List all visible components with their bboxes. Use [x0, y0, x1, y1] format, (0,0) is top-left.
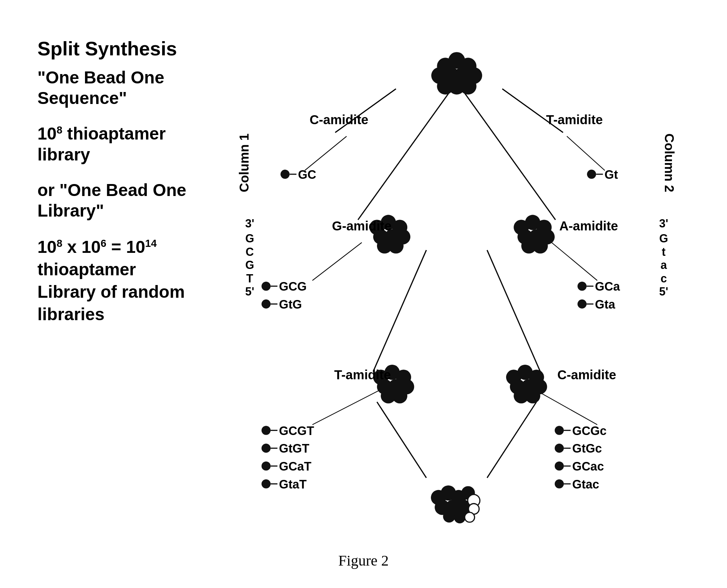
svg-line-23 — [377, 402, 426, 478]
svg-point-59 — [578, 282, 587, 291]
svg-point-96 — [555, 444, 564, 453]
top-bead-cluster — [431, 52, 482, 95]
column1-label: Column 1 — [237, 134, 251, 192]
t-amidite-top: T-amidite — [546, 113, 603, 127]
svg-line-17 — [312, 242, 362, 280]
svg-text:GCGT: GCGT — [279, 424, 314, 438]
svg-text:c: c — [660, 272, 667, 285]
svg-point-81 — [262, 426, 271, 435]
svg-line-21 — [312, 391, 379, 425]
svg-point-115 — [454, 512, 465, 523]
svg-text:Gtac: Gtac — [572, 478, 599, 491]
svg-point-72 — [392, 388, 408, 404]
svg-text:5': 5' — [245, 285, 254, 298]
svg-text:GCa: GCa — [595, 280, 620, 293]
svg-point-62 — [578, 300, 587, 309]
svg-text:GtaT: GtaT — [279, 478, 307, 491]
svg-point-56 — [262, 300, 271, 309]
c-amidite-top: C-amidite — [310, 113, 368, 127]
or-label: or "One Bead OneLibrary" — [37, 180, 217, 221]
figure-caption: Figure 2 — [338, 552, 389, 569]
bead-gc — [280, 170, 289, 179]
svg-point-102 — [555, 479, 564, 488]
svg-point-93 — [555, 426, 564, 435]
svg-line-24 — [487, 402, 536, 478]
g-amidite: G-amidite — [332, 219, 392, 233]
bot-right-bead-cluster — [506, 365, 547, 403]
svg-text:GtG: GtG — [279, 298, 302, 311]
svg-text:G: G — [245, 258, 254, 271]
svg-line-12 — [464, 93, 555, 220]
svg-text:GCG: GCG — [279, 280, 307, 293]
left-panel: Split Synthesis "One Bead OneSequence" 1… — [37, 37, 217, 325]
column2-label: Column 2 — [662, 134, 676, 192]
svg-text:GtGT: GtGT — [279, 442, 309, 455]
svg-point-80 — [525, 388, 541, 404]
page-container: Split Synthesis "One Bead OneSequence" 1… — [0, 0, 727, 588]
c-amidite-bot: C-amidite — [557, 368, 616, 382]
formula: 108 x 106 = 1014 thioaptamer Library of … — [37, 236, 217, 325]
svg-text:GtGc: GtGc — [572, 442, 602, 455]
svg-text:a: a — [660, 258, 667, 271]
library-label: 108 thioaptamer library — [37, 123, 217, 165]
svg-point-52 — [533, 238, 548, 254]
left-3prime: 3' — [245, 217, 254, 230]
svg-text:GCac: GCac — [572, 460, 604, 473]
svg-text:t: t — [662, 245, 666, 258]
svg-line-16 — [487, 250, 540, 372]
svg-text:GCaT: GCaT — [279, 460, 311, 473]
a-amidite: A-amidite — [559, 219, 618, 233]
diagram-svg: Column 1 Column 2 3' G C G T 5' 3' G t a… — [217, 22, 696, 546]
svg-line-18 — [552, 242, 597, 280]
t-amidite-bot: T-amidite — [334, 368, 391, 382]
seq-gt: Gt — [605, 168, 618, 181]
svg-text:T: T — [246, 272, 253, 285]
svg-point-44 — [388, 238, 404, 254]
svg-line-11 — [358, 93, 449, 220]
svg-point-116 — [465, 512, 474, 522]
diagram-area: Column 1 Column 2 3' G C G T 5' 3' G t a… — [217, 22, 696, 546]
svg-point-84 — [262, 444, 271, 453]
svg-point-34 — [460, 78, 477, 95]
svg-text:GCGc: GCGc — [572, 424, 606, 438]
mid-right-bead-cluster — [514, 215, 555, 253]
svg-point-90 — [262, 479, 271, 488]
subtitle: "One Bead OneSequence" — [37, 67, 217, 108]
svg-line-20 — [567, 136, 605, 170]
svg-line-19 — [305, 136, 347, 170]
svg-text:3': 3' — [659, 217, 668, 230]
svg-line-15 — [373, 250, 426, 372]
svg-point-99 — [555, 462, 564, 471]
bead-gt — [587, 170, 596, 179]
seq-gc: GC — [298, 168, 316, 181]
svg-text:Gta: Gta — [595, 298, 615, 311]
svg-point-114 — [443, 511, 455, 523]
svg-point-53 — [262, 282, 271, 291]
svg-text:G: G — [659, 232, 668, 245]
bottom-final-cluster — [431, 486, 480, 523]
svg-text:C: C — [246, 245, 254, 258]
svg-text:5': 5' — [659, 285, 668, 298]
svg-point-87 — [262, 462, 271, 471]
main-title: Split Synthesis — [37, 37, 217, 60]
svg-text:G: G — [245, 232, 254, 245]
svg-line-22 — [536, 391, 597, 425]
